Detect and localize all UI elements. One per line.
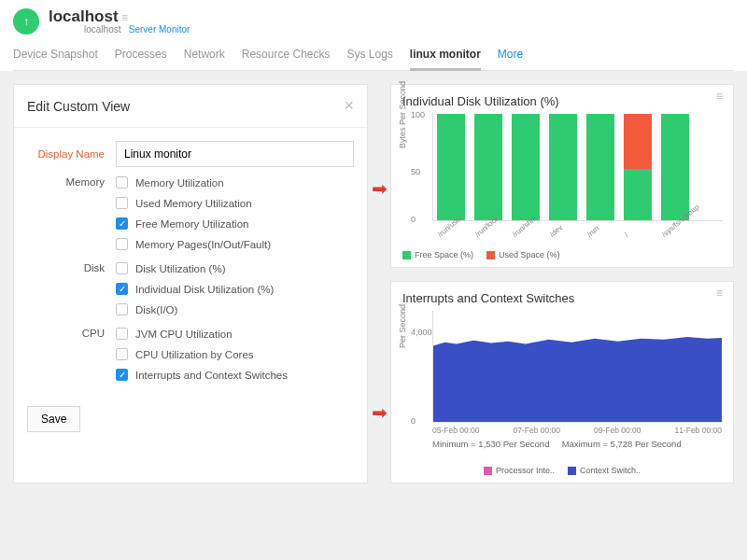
tab-linux-monitor[interactable]: linux monitor — [410, 44, 481, 71]
chart-title: Individual Disk Utilization (%) — [402, 94, 722, 108]
checkbox-cpu-cores[interactable] — [116, 348, 128, 360]
x-tick: 11-Feb 00:00 — [674, 426, 722, 435]
x-tick: 07-Feb 00:00 — [513, 426, 560, 435]
tab-processes[interactable]: Processes — [115, 44, 167, 70]
y-axis-label: Per Second — [398, 304, 407, 348]
option-label: Disk(I/O) — [135, 304, 177, 315]
checkbox-individual-disk[interactable]: ✓ — [116, 283, 128, 295]
x-tick: 05-Feb 00:00 — [432, 426, 480, 435]
option-label: JVM CPU Utilization — [135, 329, 233, 340]
y-tick: 100 — [411, 110, 425, 119]
checkbox-disk-io[interactable] — [116, 303, 128, 315]
checkbox-interrupts[interactable]: ✓ — [116, 369, 128, 381]
chart-legend: Free Space (%) Used Space (%) — [402, 250, 722, 259]
chart-menu-icon[interactable]: ≡ — [716, 291, 724, 296]
save-button[interactable]: Save — [27, 406, 80, 432]
chart-title: Interrupts and Context Switches — [402, 291, 722, 305]
group-label-disk: Disk — [27, 262, 116, 273]
y-axis-label: Bytes Per Second — [398, 81, 407, 148]
tab-device-snapshot[interactable]: Device Snapshot — [13, 44, 98, 70]
x-tick: 09-Feb 00:00 — [594, 426, 641, 435]
tab-bar: Device Snapshot Processes Network Resour… — [13, 44, 734, 71]
tab-more[interactable]: More — [498, 44, 523, 70]
checkbox-free-memory[interactable]: ✓ — [116, 217, 128, 230]
host-title: localhost — [49, 7, 119, 25]
breadcrumb-host[interactable]: localhost — [84, 24, 120, 35]
checkbox-memory-pages[interactable] — [116, 238, 128, 250]
host-menu-icon[interactable]: ≡ — [121, 11, 127, 24]
edit-custom-view-panel: Edit Custom View × Display Name Memory M… — [13, 84, 368, 483]
option-label: Disk Utilization (%) — [135, 263, 226, 274]
y-tick: 4,000 — [411, 328, 432, 337]
option-label: Memory Pages(In/Out/Fault) — [135, 239, 271, 250]
tab-sys-logs[interactable]: Sys Logs — [347, 44, 393, 70]
arrow-icon: ➡ — [372, 401, 388, 424]
close-icon[interactable]: × — [344, 96, 354, 116]
chart-legend: Processor Inte.. Context Switch.. — [402, 466, 722, 475]
option-label: Memory Utilization — [135, 177, 224, 189]
tab-resource-checks[interactable]: Resource Checks — [242, 44, 331, 70]
breadcrumb-page[interactable]: Server Monitor — [129, 24, 190, 35]
arrow-icon: ➡ — [372, 177, 388, 200]
y-tick: 0 — [411, 215, 416, 224]
area-chart-area: Per Second 4,000 0 — [432, 311, 722, 423]
tab-network[interactable]: Network — [184, 44, 225, 70]
option-label: Individual Disk Utilization (%) — [135, 284, 274, 295]
bar-chart-area: Bytes Per Second 100 50 0 — [432, 114, 722, 221]
display-name-label: Display Name — [27, 148, 116, 160]
option-label: Interrupts and Context Switches — [135, 370, 288, 381]
chart-disk-utilization: ≡ Individual Disk Utilization (%) Bytes … — [390, 84, 734, 268]
y-tick: 0 — [411, 416, 416, 426]
display-name-input[interactable] — [116, 141, 354, 167]
group-label-memory: Memory — [27, 176, 116, 188]
y-tick: 50 — [411, 167, 420, 176]
checkbox-memory-utilization[interactable] — [116, 176, 128, 189]
option-label: CPU Utilization by Cores — [135, 349, 254, 360]
option-label: Used Memory Utilization — [135, 198, 252, 209]
checkbox-disk-utilization[interactable] — [116, 262, 128, 274]
panel-title: Edit Custom View — [27, 99, 130, 114]
option-label: Free Memory Utilization — [135, 218, 248, 230]
chart-menu-icon[interactable]: ≡ — [716, 94, 724, 99]
chart-interrupts: ≡ Interrupts and Context Switches Per Se… — [390, 281, 734, 483]
stat-max: Maximum = 5,728 Per Second — [562, 439, 682, 449]
breadcrumb: localhost Server Monitor — [84, 24, 190, 35]
checkbox-jvm-cpu[interactable] — [116, 328, 128, 340]
group-label-cpu: CPU — [27, 328, 116, 339]
stat-min: Minimum = 1,530 Per Second — [432, 439, 549, 449]
host-status-icon: ↑ — [13, 8, 39, 35]
checkbox-used-memory[interactable] — [116, 197, 128, 209]
